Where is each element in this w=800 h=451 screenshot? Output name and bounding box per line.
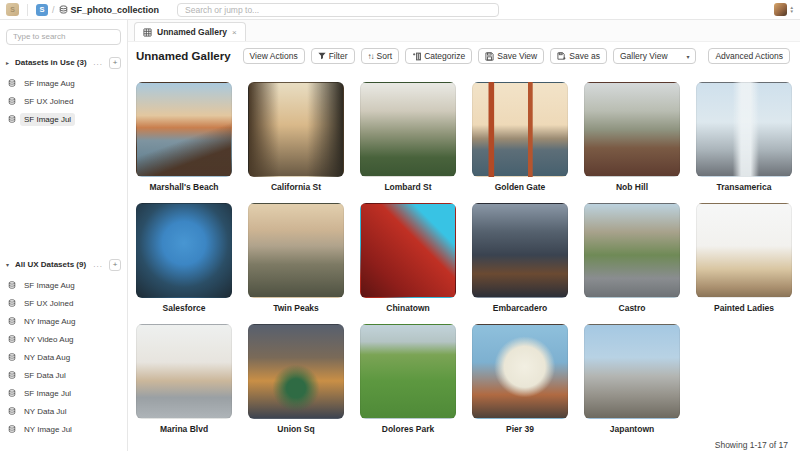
dataset-item[interactable]: NY Video Aug [6,332,121,347]
dataset-item[interactable]: NY Image Jul [6,422,121,437]
photo-label: Salesforce [136,303,232,313]
database-icon [8,97,16,105]
photo-thumbnail[interactable] [248,324,344,419]
gallery-card[interactable]: Chinatown [360,203,456,313]
gallery-card[interactable]: Twin Peaks [248,203,344,313]
tab-unnamed-gallery[interactable]: Unnamed Gallery × [134,22,246,41]
gallery-card[interactable]: Castro [584,203,680,313]
sidebar-section: ▾ All UX Datasets (9) ... + SF Image Aug… [6,259,121,437]
gallery-card[interactable]: Salesforce [136,203,232,313]
gallery-card[interactable]: Union Sq [248,324,344,434]
gallery-card[interactable]: California St [248,82,344,192]
section-more-icon[interactable]: ... [93,58,103,67]
photo-thumbnail[interactable] [136,324,232,419]
photo-thumbnail[interactable] [248,82,344,177]
photo-label: Pier 39 [472,424,568,434]
section-title: Datasets in Use (3) [15,58,90,67]
app-logo[interactable]: S [6,3,19,16]
gallery-card[interactable]: Painted Ladies [696,203,792,313]
photo-thumbnail[interactable] [136,82,232,177]
collection-name[interactable]: SF_photo_collection [71,5,160,15]
photo-thumbnail[interactable] [248,203,344,298]
photo-label: Painted Ladies [696,303,792,313]
user-avatar[interactable] [774,3,787,16]
dataset-item[interactable]: SF Image Aug [6,278,121,293]
photo-thumbnail[interactable] [472,324,568,419]
account-switcher-icon[interactable]: ▲▼ [790,6,794,13]
tab-bar: Unnamed Gallery × [128,20,800,42]
section-header[interactable]: ▸ Datasets in Use (3) ... + [6,57,121,69]
gallery-card[interactable]: Marina Blvd [136,324,232,434]
dataset-item[interactable]: SF UX Joined [6,296,121,311]
dataset-item[interactable]: SF Data Jul [6,368,121,383]
view-actions-button[interactable]: View Actions [243,48,305,64]
photo-thumbnail[interactable] [472,82,568,177]
filter-button[interactable]: Filter [311,48,355,64]
gallery-card[interactable]: Embarcadero [472,203,568,313]
categorize-button[interactable]: Categorize [405,48,472,64]
save-as-button[interactable]: Save as [550,48,607,64]
result-count: Showing 1-17 of 17 [136,440,790,450]
photo-label: Lombard St [360,182,456,192]
save-view-button[interactable]: Save View [478,48,544,64]
sidebar-search-input[interactable] [6,29,121,45]
gallery-card[interactable]: Nob Hill [584,82,680,192]
gallery-card[interactable]: Lombard St [360,82,456,192]
section-toggle-icon[interactable]: ▸ [6,59,12,66]
database-icon [8,79,16,87]
tab-label: Unnamed Gallery [157,27,227,37]
photo-thumbnail[interactable] [584,324,680,419]
section-add-button[interactable]: + [109,57,121,69]
toolbar: Unnamed Gallery View Actions Filter ↑↓ S… [128,42,800,70]
dataset-item-label: SF Image Aug [20,279,79,292]
section-toggle-icon[interactable]: ▾ [6,261,12,268]
gallery-card[interactable]: Dolores Park [360,324,456,434]
photo-label: Castro [584,303,680,313]
section-more-icon[interactable]: ... [93,260,103,269]
section-header[interactable]: ▾ All UX Datasets (9) ... + [6,259,121,271]
gallery-card[interactable]: Marshall's Beach [136,82,232,192]
dataset-item[interactable]: NY Data Jul [6,404,121,419]
dataset-item-label: NY Video Aug [20,333,78,346]
dataset-item-label: SF Image Jul [20,113,75,126]
gallery-card[interactable]: Japantown [584,324,680,434]
dataset-item-label: SF Image Jul [20,387,75,400]
photo-thumbnail[interactable] [136,203,232,298]
photo-label: Chinatown [360,303,456,313]
gallery-area: Marshall's Beach California St Lombard S… [128,70,800,451]
database-icon [8,335,16,343]
gallery-card[interactable]: Transamerica [696,82,792,192]
sidebar: ▸ Datasets in Use (3) ... + SF Image Aug… [0,20,128,451]
database-icon [8,353,16,361]
section-add-button[interactable]: + [109,259,121,271]
advanced-actions-button[interactable]: Advanced Actions [708,48,790,64]
photo-thumbnail[interactable] [360,82,456,177]
photo-thumbnail[interactable] [696,203,792,298]
photo-thumbnail[interactable] [584,203,680,298]
photo-thumbnail[interactable] [360,203,456,298]
gallery-card[interactable]: Golden Gate [472,82,568,192]
photo-label: Golden Gate [472,182,568,192]
topbar-divider [27,4,28,16]
global-search-input[interactable] [177,3,499,17]
dataset-item[interactable]: SF Image Jul [6,386,121,401]
dataset-item[interactable]: SF UX Joined [6,94,121,109]
dataset-item[interactable]: SF Image Jul [6,112,121,127]
photo-thumbnail[interactable] [360,324,456,419]
section-items: SF Image Aug SF UX Joined NY Image Aug [6,278,121,437]
photo-thumbnail[interactable] [696,82,792,177]
dataset-item[interactable]: NY Data Aug [6,350,121,365]
sort-button[interactable]: ↑↓ Sort [361,48,400,64]
save-icon [485,52,494,61]
gallery-card[interactable]: Pier 39 [472,324,568,434]
tab-close-icon[interactable]: × [232,28,237,37]
dataset-item[interactable]: SF Image Aug [6,76,121,91]
gallery-grid: Marshall's Beach California St Lombard S… [136,82,790,434]
photo-thumbnail[interactable] [584,82,680,177]
dataset-item[interactable]: NY Image Aug [6,314,121,329]
sidebar-section: ▸ Datasets in Use (3) ... + SF Image Aug… [6,57,121,247]
workspace-badge[interactable]: S [36,4,48,16]
database-icon [8,281,16,289]
view-type-select[interactable]: Gallery View ▾ [613,48,696,64]
photo-thumbnail[interactable] [472,203,568,298]
